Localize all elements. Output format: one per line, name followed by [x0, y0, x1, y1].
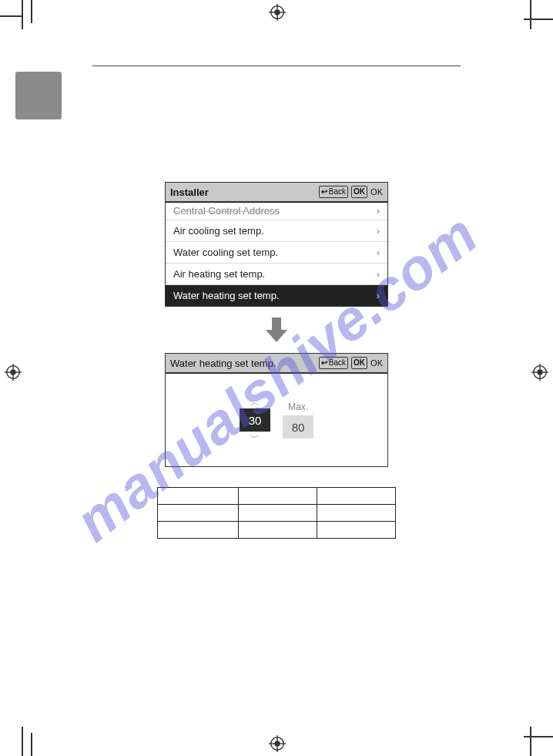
back-icon: ↩ [321, 186, 327, 197]
menu-item-water-cooling[interactable]: Water cooling set temp. › [166, 242, 387, 264]
chevron-up-icon[interactable]: ︿ [250, 398, 260, 407]
menu-item-air-cooling[interactable]: Air cooling set temp. › [166, 220, 387, 242]
menu-item-label: Central Control Address [173, 205, 280, 217]
menu-item-air-heating[interactable]: Air heating set temp. › [166, 264, 387, 285]
registration-mark-top [269, 4, 286, 21]
chevron-down-icon[interactable]: ﹀ [250, 433, 260, 442]
ok-label: OK [370, 358, 383, 368]
chevron-right-icon: › [377, 268, 380, 280]
back-label: Back [329, 358, 346, 368]
chevron-right-icon: › [377, 290, 380, 301]
chevron-right-icon: › [377, 247, 380, 258]
crop-mark-bl [0, 717, 39, 756]
registration-mark-left [5, 364, 22, 381]
back-button[interactable]: ↩ Back [319, 186, 348, 198]
installer-title: Installer [170, 186, 209, 198]
max-value-column: Max. 80 [283, 402, 313, 438]
installer-menu-panel: Installer ↩ Back OK OK Central Control A… [165, 182, 388, 307]
back-button[interactable]: ↩ Back [319, 357, 348, 369]
max-label: Max. [288, 402, 308, 412]
table-row [158, 488, 396, 505]
max-value: 80 [283, 415, 313, 438]
crop-mark-tr [514, 0, 553, 39]
spec-table [157, 487, 396, 539]
water-heating-panel: Water heating set temp. ↩ Back OK OK ︿ 3… [165, 353, 388, 467]
crop-mark-br [514, 717, 553, 756]
page-content: Installer ↩ Back OK OK Central Control A… [92, 66, 461, 539]
water-heating-title: Water heating set temp. [170, 358, 276, 369]
table-row [158, 522, 396, 539]
menu-item-label: Air heating set temp. [173, 268, 265, 280]
menu-item-label: Air cooling set temp. [173, 225, 264, 237]
back-label: Back [329, 186, 346, 197]
side-tab [15, 72, 62, 119]
crop-mark-tl [0, 0, 39, 39]
registration-mark-right [531, 364, 548, 381]
menu-item-water-heating[interactable]: Water heating set temp. › [166, 285, 387, 306]
down-arrow-icon [261, 314, 292, 345]
ok-icon: OK [354, 358, 365, 368]
ok-button[interactable]: OK [351, 357, 367, 369]
registration-mark-bottom [269, 735, 286, 752]
ok-button[interactable]: OK [351, 186, 367, 198]
installer-panel-header: Installer ↩ Back OK OK [166, 183, 387, 203]
ok-icon: OK [354, 186, 365, 197]
menu-item-label: Water cooling set temp. [173, 247, 278, 258]
menu-item-label: Water heating set temp. [173, 290, 280, 301]
chevron-right-icon: › [377, 225, 380, 237]
water-heating-header: Water heating set temp. ↩ Back OK OK [166, 354, 387, 374]
current-value[interactable]: 30 [240, 408, 270, 432]
back-icon: ↩ [321, 358, 327, 368]
chevron-right-icon: › [377, 205, 380, 217]
menu-item-central-control[interactable]: Central Control Address › [166, 203, 387, 220]
value-stepper: ︿ 30 ﹀ [240, 398, 270, 442]
value-editor: ︿ 30 ﹀ Max. 80 [166, 374, 387, 466]
crop-mark-extra [0, 15, 23, 17]
ok-label: OK [370, 187, 383, 197]
table-row [158, 505, 396, 522]
